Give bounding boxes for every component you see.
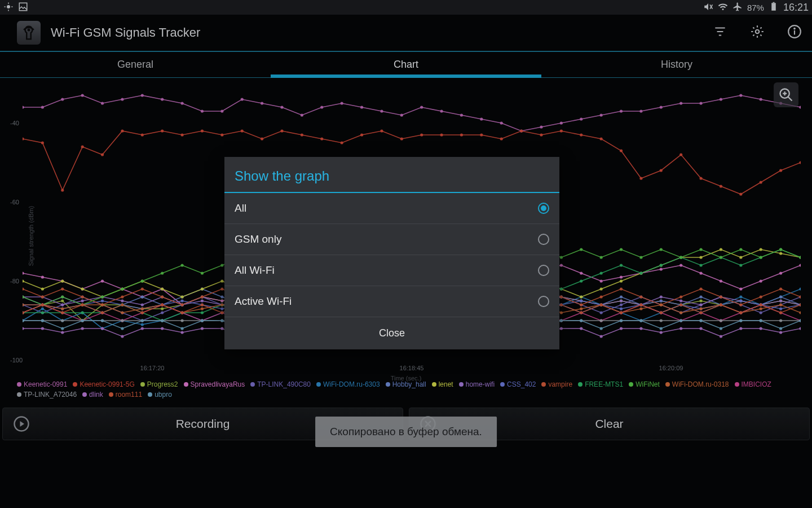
toast: Скопировано в буфер обмена. (315, 417, 497, 447)
radio-icon (538, 296, 549, 307)
dialog-option-1[interactable]: GSM only (224, 224, 559, 255)
dialog-option-3[interactable]: Active Wi-Fi (224, 286, 559, 317)
radio-icon (538, 234, 549, 245)
radio-icon (538, 203, 549, 214)
radio-icon (538, 265, 549, 276)
dialog-option-0[interactable]: All (224, 193, 559, 224)
dialog-option-label: GSM only (235, 233, 281, 246)
dialog-title: Show the graph (224, 157, 559, 193)
dialog-option-label: All Wi-Fi (235, 264, 275, 277)
dialog-show-graph: Show the graph AllGSM onlyAll Wi-FiActiv… (224, 157, 559, 349)
dialog-option-label: Active Wi-Fi (235, 295, 292, 308)
dialog-option-2[interactable]: All Wi-Fi (224, 255, 559, 286)
dialog-option-label: All (235, 202, 246, 214)
dialog-close-button[interactable]: Close (224, 317, 559, 349)
